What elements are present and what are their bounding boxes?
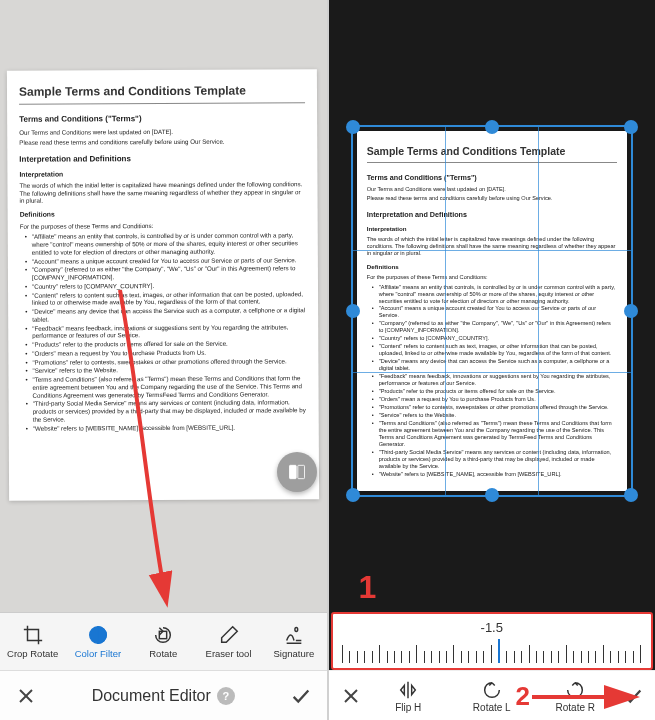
apply-button[interactable]: [617, 685, 649, 707]
rotate-r-label: Rotate R: [556, 702, 595, 713]
eraser-label: Eraser tool: [206, 648, 252, 659]
signature-icon: [283, 624, 305, 646]
confirm-button[interactable]: [283, 685, 319, 707]
rotate-toolbar: Flip H Rotate L Rotate R 2: [329, 670, 656, 720]
close-button[interactable]: [8, 687, 44, 705]
svg-rect-1: [297, 465, 304, 478]
signature-label: Signature: [274, 648, 315, 659]
left-bottom-bar: Document Editor ?: [0, 670, 327, 720]
doc-title: Sample Terms and Conditions Template: [19, 83, 305, 104]
filter-label: Color Filter: [75, 648, 121, 659]
svg-rect-0: [289, 465, 296, 478]
straighten-ruler[interactable]: -1.5: [331, 612, 654, 670]
editor-title: Document Editor ?: [44, 687, 283, 705]
document-page: Sample Terms and Conditions Template Ter…: [7, 69, 319, 501]
crop-label: Crop Rotate: [7, 648, 58, 659]
document-preview-left: Sample Terms and Conditions Template Ter…: [0, 0, 327, 612]
crop-rotate-button[interactable]: Crop Rotate: [0, 620, 65, 663]
rotate-label: Rotate: [149, 648, 177, 659]
eraser-icon: [218, 624, 240, 646]
rotate-l-label: Rotate L: [473, 702, 511, 713]
document-page-crop: Sample Terms and Conditions Template Ter…: [357, 131, 627, 491]
flip-h-button[interactable]: Flip H: [367, 679, 451, 713]
svg-rect-3: [160, 631, 167, 638]
signature-button[interactable]: Signature: [261, 620, 326, 663]
help-icon[interactable]: ?: [217, 687, 235, 705]
cancel-button[interactable]: [335, 687, 367, 705]
annotation-1: 1: [359, 569, 377, 606]
rotate-button[interactable]: Rotate: [131, 620, 196, 663]
color-filter-button[interactable]: Color Filter: [65, 620, 130, 663]
flip-label: Flip H: [395, 702, 421, 713]
rotate-l-button[interactable]: Rotate L: [450, 679, 534, 713]
document-preview-right[interactable]: Sample Terms and Conditions Template Ter…: [329, 0, 656, 612]
rotate-icon: [152, 624, 174, 646]
edit-toolbar: Crop Rotate Color Filter Rotate Eraser t…: [0, 612, 327, 670]
contrast-icon: [87, 624, 109, 646]
crop-icon: [22, 624, 44, 646]
eraser-button[interactable]: Eraser tool: [196, 620, 261, 663]
rotate-r-button[interactable]: Rotate R 2: [534, 679, 618, 713]
ruler-value: -1.5: [481, 620, 503, 635]
compare-fab[interactable]: [277, 452, 317, 492]
